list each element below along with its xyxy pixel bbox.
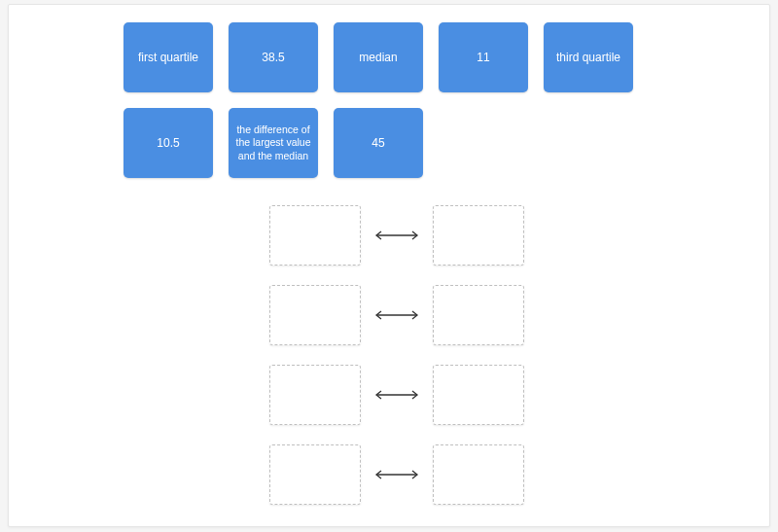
tile-label: first quartile xyxy=(138,51,198,65)
tile-label: the difference of the largest value and … xyxy=(232,124,314,161)
drop-slot-right[interactable] xyxy=(433,205,524,266)
tile-label: 11 xyxy=(477,51,489,65)
match-row xyxy=(269,364,524,426)
match-row xyxy=(269,443,524,506)
tile-median[interactable]: median xyxy=(334,22,423,92)
match-row xyxy=(269,204,524,266)
match-area xyxy=(269,204,524,506)
worksheet-panel: first quartile 38.5 median 11 third quar… xyxy=(8,4,770,527)
drop-slot-left[interactable] xyxy=(269,365,361,425)
tile-10-5[interactable]: 10.5 xyxy=(124,108,213,178)
double-arrow-icon xyxy=(372,310,421,320)
tile-third-quartile[interactable]: third quartile xyxy=(544,22,633,92)
tile-label: third quartile xyxy=(556,51,620,65)
tile-label: 38.5 xyxy=(262,51,284,65)
tile-label: 45 xyxy=(371,136,384,151)
drop-slot-left[interactable] xyxy=(269,285,361,345)
double-arrow-icon xyxy=(372,470,421,479)
tile-11[interactable]: 11 xyxy=(439,22,528,92)
tile-38-5[interactable]: 38.5 xyxy=(229,22,318,92)
double-arrow-icon xyxy=(372,231,421,240)
tile-first-quartile[interactable]: first quartile xyxy=(124,22,213,92)
drop-slot-left[interactable] xyxy=(269,444,361,505)
drop-slot-right[interactable] xyxy=(433,285,524,345)
tile-label: 10.5 xyxy=(157,136,179,151)
drop-slot-left[interactable] xyxy=(269,205,361,266)
drop-slot-right[interactable] xyxy=(433,444,524,505)
double-arrow-icon xyxy=(372,390,421,400)
match-row xyxy=(269,284,524,346)
drop-slot-right[interactable] xyxy=(433,365,524,425)
tile-label: median xyxy=(359,51,397,65)
tile-difference-largest-median[interactable]: the difference of the largest value and … xyxy=(229,108,318,178)
tile-bank: first quartile 38.5 median 11 third quar… xyxy=(124,22,668,178)
tile-45[interactable]: 45 xyxy=(334,108,423,178)
